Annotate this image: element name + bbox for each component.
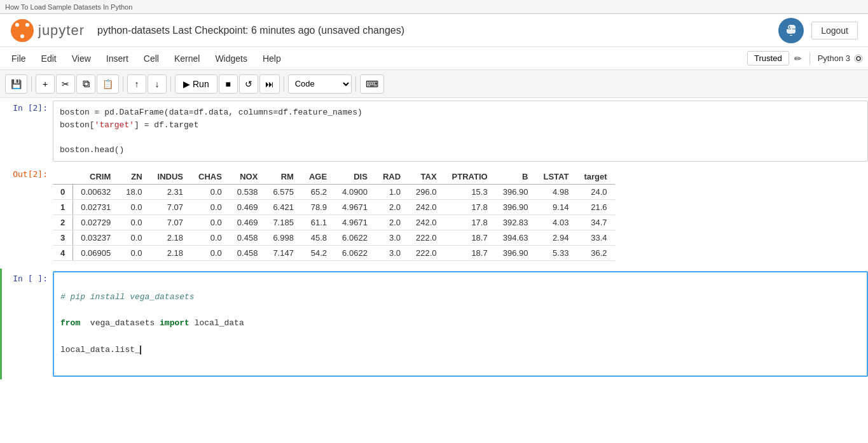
- cell-value: 0.538: [230, 185, 266, 200]
- move-up-button[interactable]: ↑: [127, 74, 146, 94]
- cell-value: 0.02731: [73, 200, 119, 215]
- cell-value: 18.7: [444, 246, 495, 261]
- run-button[interactable]: ▶ Run: [175, 74, 217, 94]
- title-bar-text: How To Load Sample Datasets In Python: [5, 3, 132, 11]
- svg-point-8: [857, 57, 860, 60]
- cell-value: 24.0: [576, 185, 614, 200]
- jupyter-logo: jupyter: [10, 18, 85, 43]
- cell-value: 0.458: [230, 246, 266, 261]
- cell-value: 0.06905: [73, 246, 119, 261]
- menu-help[interactable]: Help: [256, 51, 287, 66]
- menu-right: Trusted ✏ Python 3: [747, 51, 863, 66]
- save-button[interactable]: 💾: [5, 74, 27, 94]
- cell-value: 6.998: [265, 230, 301, 246]
- col-tax: TAX: [408, 169, 444, 185]
- comment-line: # pip install vega_datasets: [60, 292, 195, 302]
- copy-button[interactable]: ⧉: [76, 74, 95, 94]
- cell-value: 0.0: [191, 200, 230, 215]
- cell-value: 7.07: [150, 200, 191, 215]
- table-body: 00.0063218.02.310.00.5386.57565.24.09001…: [53, 185, 615, 261]
- keyboard-button[interactable]: ⌨: [360, 74, 384, 94]
- svg-point-1: [15, 23, 19, 27]
- svg-point-0: [11, 19, 34, 42]
- cell-value: 0.0: [118, 230, 149, 246]
- stop-icon: ■: [225, 79, 230, 89]
- cell-2-wrapper: In [2]: boston = pd.DataFrame(data=df.da…: [0, 98, 868, 164]
- separator1: [31, 76, 32, 92]
- restart-button[interactable]: ↺: [239, 74, 258, 94]
- cell-value: 396.90: [495, 246, 536, 261]
- cell-3-wrapper: In [ ]: # pip install vega_datasets from…: [0, 269, 868, 379]
- cell-value: 0.0: [118, 246, 149, 261]
- menu-view[interactable]: View: [65, 51, 97, 66]
- col-nox: NOX: [230, 169, 266, 185]
- cell-value: 78.9: [301, 200, 334, 215]
- cell-value: 9.14: [535, 200, 576, 215]
- cell-3-code[interactable]: # pip install vega_datasets from vega_da…: [53, 271, 868, 377]
- out-2-prompt: Out[2]:: [2, 164, 53, 266]
- cell-value: 0.03237: [73, 230, 119, 246]
- out-2-wrapper: Out[2]: CRIM ZN INDUS CHAS NOX RM AGE DI…: [0, 164, 868, 266]
- trusted-button[interactable]: Trusted: [747, 51, 789, 66]
- cell-value: 0.0: [118, 215, 149, 230]
- pencil-icon: ✏: [794, 53, 802, 64]
- cursor: [140, 346, 141, 355]
- save-icon: 💾: [11, 79, 22, 89]
- cell-value: 54.2: [301, 246, 334, 261]
- col-b: B: [495, 169, 536, 185]
- cell-value: 6.0622: [334, 246, 375, 261]
- kernel-info: Python 3: [818, 53, 863, 63]
- cell-2-code[interactable]: boston = pd.DataFrame(data=df.data, colu…: [53, 101, 868, 162]
- menu-insert[interactable]: Insert: [100, 51, 135, 66]
- cell-value: 21.6: [576, 200, 614, 215]
- menu-cell[interactable]: Cell: [137, 51, 165, 66]
- cell-value: 392.83: [495, 215, 536, 230]
- cell-value: 45.8: [301, 230, 334, 246]
- cell-value: 394.63: [495, 230, 536, 246]
- run-icon: ▶: [183, 79, 190, 89]
- menu-kernel[interactable]: Kernel: [168, 51, 206, 66]
- cut-button[interactable]: ✂: [56, 74, 75, 94]
- col-lstat: LSTAT: [535, 169, 576, 185]
- python-icon: [778, 18, 804, 43]
- menu-file[interactable]: File: [5, 51, 32, 66]
- cell-value: 61.1: [301, 215, 334, 230]
- cell-value: 2.0: [375, 200, 408, 215]
- cell-value: 2.94: [535, 230, 576, 246]
- cell-value: 4.9671: [334, 200, 375, 215]
- menu-widgets[interactable]: Widgets: [209, 51, 254, 66]
- kernel-name: Python 3: [818, 53, 850, 63]
- move-down-icon: ↓: [155, 79, 160, 89]
- cell-value: 3.0: [375, 230, 408, 246]
- cell-value: 6.575: [265, 185, 301, 200]
- kernel-status-icon: [854, 54, 863, 63]
- restart-run-button[interactable]: ⏭: [259, 74, 280, 94]
- cell-value: 2.31: [150, 185, 191, 200]
- from-keyword: from: [60, 318, 80, 328]
- cell-value: 3.0: [375, 246, 408, 261]
- cut-icon: ✂: [62, 79, 69, 89]
- stop-button[interactable]: ■: [219, 74, 238, 94]
- menu-edit[interactable]: Edit: [35, 51, 63, 66]
- keyboard-icon: ⌨: [366, 79, 378, 89]
- menu-bar: File Edit View Insert Cell Kernel Widget…: [0, 47, 868, 70]
- logout-button[interactable]: Logout: [811, 22, 858, 39]
- jupyter-text: jupyter: [38, 22, 85, 39]
- cell-type-select[interactable]: Code Markdown Raw NBConvert: [288, 74, 352, 94]
- cell-value: 15.3: [444, 185, 495, 200]
- cell-value: 7.07: [150, 215, 191, 230]
- cell-value: 18.0: [118, 185, 149, 200]
- col-rad: RAD: [375, 169, 408, 185]
- cell-value: 0.0: [118, 200, 149, 215]
- cell-value: 0.469: [230, 215, 266, 230]
- paste-button[interactable]: 📋: [97, 74, 119, 94]
- move-down-button[interactable]: ↓: [148, 74, 167, 94]
- add-cell-button[interactable]: +: [36, 74, 55, 94]
- paste-icon: 📋: [102, 79, 113, 89]
- cell-value: 0.0: [191, 185, 230, 200]
- col-age: AGE: [301, 169, 334, 185]
- cell-value: 17.8: [444, 215, 495, 230]
- notebook-title: python-datasets Last Checkpoint: 6 minut…: [97, 25, 778, 36]
- run-label: Run: [193, 79, 209, 89]
- table-row: 20.027290.07.070.00.4697.18561.14.96712.…: [53, 215, 615, 230]
